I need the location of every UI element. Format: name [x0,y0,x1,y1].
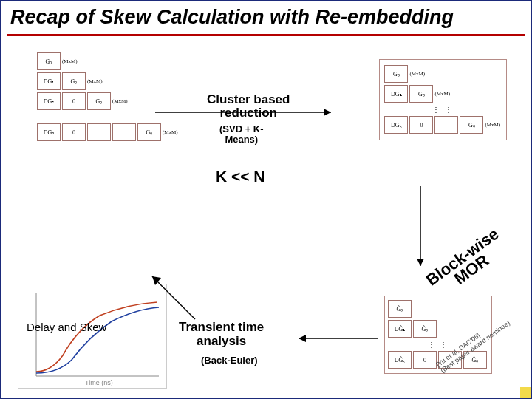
title-underline [7,34,525,36]
matrix-cell: Ĝ₀ [388,300,412,318]
svg-marker-3 [324,109,331,116]
matrix-cell: G₀ [87,92,111,110]
matrix-row: DGₙ0G₀(MxM) [37,123,180,142]
matrix-row: Ĝ₀ [388,299,488,318]
vertical-dots: ⋮ ⋮ [384,104,502,115]
dim-label: (MxM) [163,129,178,135]
matrix-left: G₀(MxM)DG₁G₀(MxM)DG₂0G₀(MxM)⋮ ⋮DGₙ0G₀(Mx… [37,52,180,143]
matrix-cell: DGₙ [37,123,61,141]
transient-l2: analysis [179,335,264,349]
matrix-cell: DG₁ [384,85,408,103]
matrix-row: G₀(MxM) [37,52,180,71]
method-l1: (SVD + K- [219,124,264,134]
matrix-cell: G₀ [409,85,433,103]
arrow-delay [143,267,202,327]
matrix-cell: G₀ [37,52,61,70]
matrix-cell: DĜ₁ [388,320,412,338]
matrix-cell [112,123,136,141]
matrix-row: DG₁G₀(MxM) [384,84,502,103]
matrix-cell: 0 [62,123,86,141]
matrix-cell: DGₖ [384,116,408,134]
dim-label: (MxM) [434,91,450,97]
matrix-cell: DĜₖ [388,351,412,369]
matrix-cell: DG₁ [37,72,61,90]
page-title: Recap of Skew Calculation with Re-embedd… [10,6,454,29]
dim-label: (MxM) [62,58,78,64]
matrix-cell: 0 [413,351,437,369]
matrix-cell: G₀ [62,72,86,90]
plot-x-axis-label: Time (ns) [85,379,113,386]
matrix-row: G₀(MxM) [384,64,502,83]
cluster-method-label: (SVD + K- Means) [219,124,264,146]
dim-label: (MxM) [485,122,500,128]
matrix-cell [87,123,111,141]
dim-label: (MxM) [409,71,425,77]
matrix-row: DG₁G₀(MxM) [37,72,180,91]
corner-accent [520,387,531,398]
arrow-cluster [155,105,340,120]
matrix-cell: 0 [409,116,433,134]
matrix-right-top: G₀(MxM)DG₁G₀(MxM)⋮ ⋮DGₖ0G₀(MxM) [379,59,507,140]
dim-label: (MxM) [112,98,128,104]
svg-line-8 [152,276,195,319]
matrix-cell: G₀ [137,123,161,141]
arrow-transient [290,331,378,346]
matrix-cell: G₀ [460,116,483,134]
dim-label: (MxM) [87,78,103,84]
matrix-row: DGₖ0G₀(MxM) [384,115,502,134]
matrix-cell [434,116,458,134]
method-l2: Means) [219,134,264,145]
delay-skew-label: Delay and Skew [27,321,106,333]
back-euler-label: (Back-Euler) [201,355,258,366]
svg-marker-7 [299,335,306,342]
k-less-than-n: K << N [216,168,265,185]
blockwise-mor-label: Block-wise MOR [424,226,511,301]
matrix-cell: G₀ [384,65,408,83]
svg-marker-5 [417,259,424,266]
arrow-mor [409,186,432,275]
matrix-cell: 0 [62,92,86,110]
matrix-cell: DG₂ [37,92,61,110]
matrix-cell: Ĝ₀ [413,320,437,338]
slide: Recap of Skew Calculation with Re-embedd… [0,0,532,399]
